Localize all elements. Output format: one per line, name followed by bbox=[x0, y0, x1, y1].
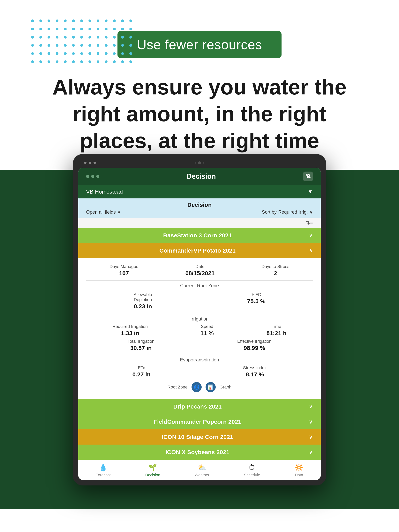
open-all-fields[interactable]: Open all fields ∨ bbox=[86, 209, 121, 215]
sort-by-control[interactable]: Sort by Required Irrig. ∨ bbox=[262, 209, 313, 215]
field-row-basestation[interactable]: BaseStation 3 Corn 2021 ∨ bbox=[78, 228, 321, 243]
days-to-stress-value: 2 bbox=[261, 270, 289, 277]
etc-value: 0.27 in bbox=[132, 371, 150, 378]
nav-forecast[interactable]: 💧 Forecast bbox=[96, 463, 111, 477]
required-irrigation-label: Required Irrigation bbox=[112, 324, 148, 329]
speed-value: 11 % bbox=[200, 330, 214, 336]
app-title: Decision bbox=[187, 172, 216, 181]
field-chevron-up-icon: ∧ bbox=[309, 247, 313, 254]
farm-name-label: VB Homestead bbox=[86, 189, 123, 195]
nav-data[interactable]: 🔆 Data bbox=[295, 463, 303, 477]
camera-lens bbox=[198, 161, 201, 164]
stress-index-value: 8.17 % bbox=[243, 371, 267, 378]
tablet-device: Decision 🏗 VB Homestead ▼ Decision Open … bbox=[73, 154, 326, 485]
time-col: Time 81:21 h bbox=[266, 324, 286, 336]
decision-icon: 🌱 bbox=[148, 463, 157, 472]
effective-irrigation-value: 98.99 % bbox=[237, 345, 272, 351]
drip-pecans-chevron-icon: ∨ bbox=[309, 403, 313, 410]
fieldcommander-chevron-icon: ∨ bbox=[309, 418, 313, 425]
bottom-nav: 💧 Forecast 🌱 Decision ⛅ Weather ⏱ Schedu… bbox=[78, 460, 321, 480]
irrigation-row-2: Total Irrigation 30.57 in Effective Irri… bbox=[86, 338, 313, 352]
app-settings-button[interactable]: 🏗 bbox=[303, 171, 313, 181]
etc-col: ETc 0.27 in bbox=[132, 365, 150, 378]
app-header: Decision 🏗 bbox=[78, 168, 321, 185]
graph-icon-button[interactable]: 📊 bbox=[206, 382, 216, 392]
allowable-depletion-col: AllowableDepletion 0.23 in bbox=[134, 292, 152, 310]
divider-1 bbox=[86, 313, 313, 313]
app-header-dots bbox=[86, 175, 99, 178]
tablet-indicator-dots bbox=[84, 162, 96, 164]
field-detail-commandervp: Days Managed 107 Date 08/15/2021 Days to… bbox=[78, 258, 321, 399]
field-row-fieldcommander[interactable]: FieldCommander Popcorn 2021 ∨ bbox=[78, 414, 321, 429]
decision-label: Decision bbox=[145, 473, 160, 477]
farm-chevron-down-icon: ▼ bbox=[308, 189, 313, 195]
stress-index-label: Stress index bbox=[243, 365, 267, 370]
decision-title: Decision bbox=[86, 202, 313, 208]
tablet-top-bar bbox=[78, 159, 321, 168]
current-root-zone-label: Current Root Zone bbox=[86, 281, 313, 290]
weather-icon: ⛅ bbox=[198, 463, 206, 472]
date-col: Date 08/15/2021 bbox=[185, 264, 214, 277]
weather-label: Weather bbox=[195, 473, 209, 477]
root-zone-text-label: Root Zone bbox=[167, 385, 188, 390]
stress-index-col: Stress index 8.17 % bbox=[243, 365, 267, 378]
total-irrigation-col: Total Irrigation 30.57 in bbox=[128, 339, 154, 351]
dot-2 bbox=[89, 162, 91, 164]
sort-icon[interactable]: ⇅≡ bbox=[306, 220, 313, 226]
speed-label: Speed bbox=[200, 324, 214, 329]
nav-decision[interactable]: 🌱 Decision bbox=[145, 463, 160, 477]
effective-irrigation-col: Effective Irrigation 98.99 % bbox=[237, 339, 272, 351]
graph-text-label: Graph bbox=[219, 385, 232, 390]
data-label: Data bbox=[295, 473, 303, 477]
pct-fc-col: %FC 75.5 % bbox=[247, 292, 265, 310]
field-name-commandervp: CommanderVP Potato 2021 bbox=[86, 247, 309, 254]
time-label: Time bbox=[266, 324, 286, 329]
camera-mic bbox=[203, 162, 204, 164]
days-managed-col: Days Managed 107 bbox=[109, 264, 138, 277]
etc-row: ETc 0.27 in Stress index 8.17 % bbox=[86, 364, 313, 379]
field-name-icon10: ICON 10 Silage Corn 2021 bbox=[86, 434, 309, 440]
decision-sub-row: Open all fields ∨ Sort by Required Irrig… bbox=[86, 208, 313, 216]
required-irrigation-value: 1.33 in bbox=[112, 330, 148, 336]
icon10-chevron-icon: ∨ bbox=[309, 434, 313, 440]
required-irrigation-col: Required Irrigation 1.33 in bbox=[112, 324, 148, 336]
nav-schedule[interactable]: ⏱ Schedule bbox=[244, 463, 260, 477]
sort-by-chevron-icon: ∨ bbox=[309, 209, 313, 215]
camera-light bbox=[195, 162, 196, 164]
dot-3 bbox=[94, 162, 96, 164]
open-all-chevron-icon: ∨ bbox=[117, 209, 121, 215]
rootzone-graph-row: Root Zone 🌀 📊 Graph bbox=[86, 379, 313, 395]
speed-col: Speed 11 % bbox=[200, 324, 214, 336]
dot-grid bbox=[31, 19, 132, 69]
nav-weather[interactable]: ⛅ Weather bbox=[195, 463, 209, 477]
etc-label: ETc bbox=[132, 365, 150, 370]
forecast-label: Forecast bbox=[96, 473, 111, 477]
days-managed-label: Days Managed bbox=[109, 264, 138, 269]
top-section: Use fewer resources Always ensure you wa… bbox=[0, 0, 399, 170]
farm-selector[interactable]: VB Homestead ▼ bbox=[78, 185, 321, 198]
badge-button[interactable]: Use fewer resources bbox=[117, 31, 282, 58]
graph-table-icon: 📊 bbox=[208, 384, 213, 390]
field-name-drip-pecans: Drip Pecans 2021 bbox=[86, 403, 309, 410]
irrigation-row-1: Required Irrigation 1.33 in Speed 11 % T… bbox=[86, 323, 313, 338]
header-dot-3 bbox=[96, 175, 99, 178]
schedule-icon: ⏱ bbox=[249, 463, 256, 472]
sort-by-prefix: Sort by bbox=[262, 209, 277, 215]
date-label: Date bbox=[185, 264, 214, 269]
root-zone-icon-button[interactable]: 🌀 bbox=[192, 382, 202, 392]
field-name-basestation: BaseStation 3 Corn 2021 bbox=[86, 232, 309, 239]
field-row-drip-pecans[interactable]: Drip Pecans 2021 ∨ bbox=[78, 399, 321, 414]
header-dot-2 bbox=[91, 175, 94, 178]
field-row-commandervp[interactable]: CommanderVP Potato 2021 ∧ bbox=[78, 243, 321, 258]
open-all-label: Open all fields bbox=[86, 209, 116, 215]
field-row-iconx[interactable]: ICON X Soybeans 2021 ∨ bbox=[78, 444, 321, 460]
irrigation-label: Irrigation bbox=[86, 314, 313, 323]
divider-2 bbox=[86, 354, 313, 354]
allowable-depletion-value: 0.23 in bbox=[134, 303, 152, 310]
total-irrigation-value: 30.57 in bbox=[128, 345, 154, 351]
root-zone-fan-icon: 🌀 bbox=[194, 384, 200, 390]
data-icon: 🔆 bbox=[295, 463, 303, 472]
field-row-icon10[interactable]: ICON 10 Silage Corn 2021 ∨ bbox=[78, 429, 321, 444]
pct-fc-value: 75.5 % bbox=[247, 298, 265, 304]
detail-top-row: Days Managed 107 Date 08/15/2021 Days to… bbox=[86, 262, 313, 281]
